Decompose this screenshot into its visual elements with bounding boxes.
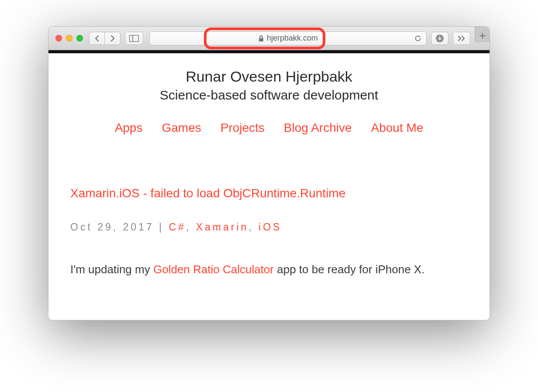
back-button[interactable]	[89, 32, 105, 45]
nav-link-games[interactable]: Games	[162, 121, 201, 135]
tag-link-xamarin[interactable]: Xamarin	[196, 221, 249, 233]
post-date: Oct 29, 2017	[70, 221, 154, 233]
new-tab-button[interactable]	[475, 27, 490, 42]
post-title-link[interactable]: Xamarin.iOS - failed to load ObjCRuntime…	[70, 186, 468, 200]
body-text-post: app to be ready for iPhone X.	[274, 263, 424, 276]
reload-button[interactable]	[414, 34, 422, 42]
tag-comma: ,	[248, 221, 259, 233]
chevron-right-icon	[110, 35, 115, 42]
window-controls	[55, 35, 83, 41]
page-content: Runar Ovesen Hjerpbakk Science-based sof…	[48, 53, 490, 320]
downloads-button[interactable]	[431, 32, 448, 45]
forward-button[interactable]	[105, 32, 121, 45]
plus-icon	[479, 32, 486, 39]
tag-comma: ,	[186, 221, 196, 233]
chevron-left-icon	[94, 35, 100, 42]
post-title-text: Xamarin.iOS - failed to load ObjCRuntime…	[70, 186, 345, 200]
svg-rect-2	[259, 38, 263, 41]
page-top-strip	[48, 50, 490, 53]
post-body: I'm updating my Golden Ratio Calculator …	[70, 263, 468, 276]
post-meta: Oct 29, 2017 | C#, Xamarin, iOS	[70, 221, 468, 233]
download-icon	[435, 34, 444, 43]
address-bar[interactable]: hjerpbakk.com	[149, 31, 427, 45]
browser-window: hjerpbakk.com	[48, 26, 490, 320]
nav-link-blog-archive[interactable]: Blog Archive	[284, 121, 352, 135]
site-subtitle: Science-based software development	[70, 88, 468, 103]
chevron-double-right-icon	[457, 35, 466, 41]
svg-rect-0	[130, 35, 139, 41]
close-window-button[interactable]	[55, 35, 62, 41]
meta-separator: |	[154, 221, 169, 233]
lock-icon	[258, 35, 264, 42]
sidebar-icon	[129, 35, 139, 42]
site-title: Runar Ovesen Hjerpbakk	[70, 68, 468, 85]
browser-toolbar: hjerpbakk.com	[48, 27, 490, 50]
fullscreen-window-button[interactable]	[76, 35, 83, 41]
nav-link-about-me[interactable]: About Me	[371, 121, 424, 135]
toolbar-right	[431, 32, 484, 45]
nav-buttons	[89, 32, 121, 45]
tag-link-ios[interactable]: iOS	[259, 221, 282, 233]
show-more-toolbar-button[interactable]	[453, 32, 470, 45]
nav-link-apps[interactable]: Apps	[115, 121, 143, 135]
address-text: hjerpbakk.com	[267, 34, 318, 43]
refresh-icon	[414, 34, 422, 42]
body-text-pre: I'm updating my	[70, 263, 153, 276]
site-nav: Apps Games Projects Blog Archive About M…	[70, 121, 468, 135]
show-sidebar-button[interactable]	[125, 32, 143, 45]
nav-link-projects[interactable]: Projects	[221, 121, 265, 135]
body-link-golden-ratio[interactable]: Golden Ratio Calculator	[153, 263, 274, 276]
tag-link-csharp[interactable]: C#	[169, 221, 186, 233]
minimize-window-button[interactable]	[66, 35, 72, 41]
